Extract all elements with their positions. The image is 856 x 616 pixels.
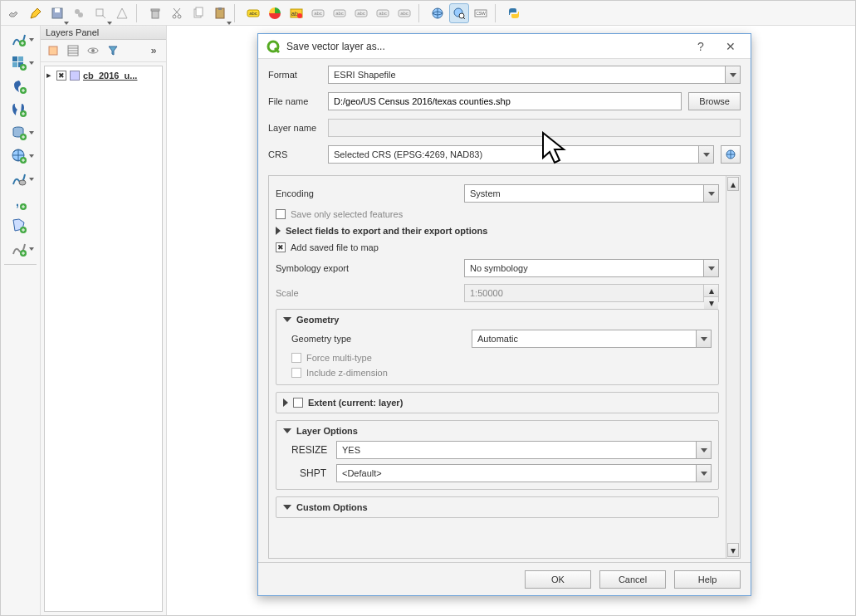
collapse-triangle-icon[interactable] xyxy=(283,317,291,322)
label-abc-gray-1-icon[interactable]: abc xyxy=(308,3,328,23)
shpt-combo[interactable]: <Default> xyxy=(336,464,712,482)
globe-add-icon[interactable] xyxy=(428,3,448,23)
format-combo[interactable]: ESRI Shapefile xyxy=(328,66,741,84)
help-icon[interactable]: ? xyxy=(689,40,712,53)
layer-funnel-icon[interactable] xyxy=(105,43,120,58)
add-to-map-checkbox[interactable] xyxy=(276,242,286,252)
layer-style-icon[interactable] xyxy=(46,43,61,58)
label-ab-highlight-icon[interactable]: ab xyxy=(286,3,306,23)
vertical-scrollbar[interactable]: ▴ ▾ xyxy=(726,176,740,558)
chevron-down-icon[interactable] xyxy=(725,66,740,83)
include-z-checkbox xyxy=(291,368,301,378)
qgis-icon xyxy=(267,40,280,53)
svg-rect-36 xyxy=(12,62,17,67)
crs-select-button[interactable] xyxy=(721,145,741,164)
delete-icon[interactable] xyxy=(145,3,165,23)
symbology-label: Symbology export xyxy=(276,263,454,273)
geometry-header[interactable]: Geometry xyxy=(296,315,339,325)
label-abc-yellow-icon[interactable]: abc xyxy=(243,3,263,23)
new-geopackage-icon[interactable] xyxy=(2,238,36,260)
help-button[interactable]: Help xyxy=(674,570,741,589)
add-delimited-text-icon[interactable]: , xyxy=(2,192,36,213)
layer-options-header[interactable]: Layer Options xyxy=(296,426,358,436)
add-to-map-label: Add saved file to map xyxy=(291,242,379,252)
add-raster-layer-icon[interactable] xyxy=(2,52,36,74)
chevron-down-icon[interactable] xyxy=(696,330,711,347)
add-feature-icon[interactable] xyxy=(69,3,89,23)
ok-button[interactable]: OK xyxy=(525,570,591,589)
diagram-icon[interactable] xyxy=(265,3,285,23)
move-feature-icon[interactable] xyxy=(90,3,110,23)
layer-item[interactable]: ▸ cb_2016_u... xyxy=(46,70,160,81)
chevron-down-icon[interactable] xyxy=(703,185,718,202)
node-tool-icon[interactable] xyxy=(112,3,132,23)
chevron-down-icon[interactable] xyxy=(703,260,718,276)
extent-checkbox[interactable] xyxy=(293,398,303,408)
geometry-type-combo[interactable]: Automatic xyxy=(472,330,712,348)
add-postgis-layer-icon[interactable] xyxy=(2,99,36,120)
cut-icon[interactable] xyxy=(167,3,187,23)
new-shapefile-icon[interactable] xyxy=(2,215,36,237)
label-abc-gray-2-icon[interactable]: abc xyxy=(330,3,350,23)
browse-button[interactable]: Browse xyxy=(688,92,741,110)
svg-rect-5 xyxy=(152,11,159,18)
paste-icon[interactable] xyxy=(210,3,230,23)
collapse-triangle-icon[interactable] xyxy=(283,428,291,433)
svg-rect-50 xyxy=(49,46,57,55)
extent-header[interactable]: Extent (current: layer) xyxy=(308,398,403,408)
svg-point-7 xyxy=(173,15,176,18)
add-virtual-layer-icon[interactable] xyxy=(2,169,36,190)
custom-options-header[interactable]: Custom Options xyxy=(296,502,368,512)
expand-triangle-icon[interactable] xyxy=(283,398,288,407)
chevron-down-icon[interactable] xyxy=(696,442,711,458)
filename-input[interactable] xyxy=(328,92,682,110)
layer-filter-icon[interactable] xyxy=(66,43,81,58)
svg-rect-35 xyxy=(18,56,23,61)
save-selected-label: Save only selected features xyxy=(291,209,403,219)
add-mssql-layer-icon[interactable] xyxy=(2,122,36,144)
dialog-titlebar[interactable]: Save vector layer as... ? ✕ xyxy=(258,34,751,59)
resize-combo[interactable]: YES xyxy=(336,441,712,459)
expand-triangle-icon[interactable] xyxy=(276,227,281,235)
edit-pencil-icon[interactable] xyxy=(26,3,46,23)
collapse-triangle-icon[interactable] xyxy=(283,505,291,510)
layers-tree[interactable]: ▸ cb_2016_u... xyxy=(44,66,163,612)
copy-icon[interactable] xyxy=(188,3,208,23)
select-fields-header[interactable]: Select fields to export and their export… xyxy=(286,226,487,236)
svg-text:abc: abc xyxy=(379,11,387,16)
svg-point-8 xyxy=(178,15,181,18)
label-abc-gray-5-icon[interactable]: abc xyxy=(394,3,414,23)
close-icon[interactable]: ✕ xyxy=(719,40,742,53)
layers-panel: Layers Panel » ▸ cb_2016_u... xyxy=(41,26,167,615)
save-edits-icon[interactable] xyxy=(47,3,67,23)
shpt-label: SHPT xyxy=(291,467,326,479)
layers-more-icon[interactable]: » xyxy=(146,43,161,58)
add-spatialite-layer-icon[interactable] xyxy=(2,76,36,97)
dialog-body: Format ESRI Shapefile File name Browse L… xyxy=(258,59,751,562)
layer-visibility-icon[interactable] xyxy=(86,43,100,58)
add-wms-layer-icon[interactable] xyxy=(2,145,36,167)
encoding-combo[interactable]: System xyxy=(464,184,719,203)
csw-icon[interactable]: CSW xyxy=(471,3,491,23)
globe-search-icon[interactable] xyxy=(449,3,469,23)
geometry-type-label: Geometry type xyxy=(283,334,462,344)
scroll-down-icon[interactable]: ▾ xyxy=(727,543,739,557)
save-selected-checkbox[interactable] xyxy=(276,209,286,219)
symbology-combo[interactable]: No symbology xyxy=(464,259,719,277)
python-console-icon[interactable] xyxy=(504,3,524,23)
include-z-label: Include z-dimension xyxy=(306,368,388,378)
scale-input: 1:50000 xyxy=(464,284,704,302)
layer-visibility-checkbox[interactable] xyxy=(56,71,66,81)
pan-tool-icon[interactable] xyxy=(4,3,24,23)
crs-combo[interactable]: Selected CRS (EPSG:4269, NAD83) xyxy=(328,145,714,164)
layername-input xyxy=(328,119,741,137)
cancel-button[interactable]: Cancel xyxy=(599,570,666,589)
svg-text:CSW: CSW xyxy=(476,11,486,16)
scroll-up-icon[interactable]: ▴ xyxy=(727,177,739,191)
add-vector-layer-icon[interactable] xyxy=(2,29,36,51)
label-abc-gray-3-icon[interactable]: abc xyxy=(351,3,371,23)
chevron-down-icon[interactable] xyxy=(696,465,711,482)
scale-label: Scale xyxy=(276,288,454,298)
chevron-down-icon[interactable] xyxy=(698,146,713,163)
label-abc-gray-4-icon[interactable]: abc xyxy=(373,3,393,23)
